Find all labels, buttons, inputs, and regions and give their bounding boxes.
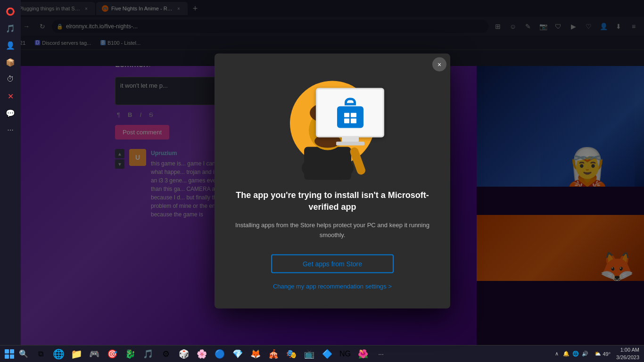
taskbar-app-3[interactable]: 🐉 <box>122 346 139 362</box>
modal-body: The app you're trying to install isn't a… <box>215 72 450 309</box>
taskbar-app-9[interactable]: 💎 <box>229 346 246 362</box>
sidebar-chat-icon[interactable]: 💬 <box>3 106 18 121</box>
get-apps-button[interactable]: Get apps from Store <box>271 254 394 273</box>
svg-rect-1 <box>304 147 351 180</box>
taskbar-app-6[interactable]: 🎲 <box>175 346 192 362</box>
system-tray: ∧ 🔔 🌐 🔊 <box>550 350 592 358</box>
modal-header: × <box>215 54 450 72</box>
taskbar-app-10[interactable]: 🦊 <box>247 346 264 362</box>
taskbar-search[interactable]: 🔍 <box>17 347 30 361</box>
store-icon <box>335 98 365 128</box>
sidebar-more-icon[interactable]: ··· <box>3 123 18 138</box>
taskbar-app-12[interactable]: 🎭 <box>283 346 300 362</box>
modal-illustration <box>281 81 384 180</box>
change-settings-link[interactable]: Change my app recommendation settings > <box>273 282 392 289</box>
taskbar-app-explorer[interactable]: 📁 <box>68 346 85 362</box>
windows-logo <box>5 349 14 359</box>
weather-icon: ⛅ <box>594 351 601 357</box>
change-settings-text: Change my app recommendation settings <box>273 282 387 289</box>
taskbar-app-2[interactable]: 🎯 <box>104 346 121 362</box>
tray-volume[interactable]: 🔊 <box>581 350 589 358</box>
taskbar-app-edge[interactable]: 🌐 <box>50 346 67 362</box>
illustration-screen <box>316 88 384 138</box>
weather-temp: 49° <box>603 351 611 357</box>
taskbar-app-16[interactable]: 🌺 <box>355 346 372 362</box>
change-settings-arrow: > <box>388 282 392 289</box>
taskbar-app-14[interactable]: 🔷 <box>319 346 336 362</box>
sidebar-profile-icon[interactable]: 👤 <box>3 38 18 53</box>
start-button[interactable] <box>2 346 17 362</box>
taskbar: 🔍 ⧉ 🌐 📁 🎮 🎯 🐉 🎵 ⚙ 🎲 🌸 <box>0 345 644 362</box>
modal-title: The app you're trying to install isn't a… <box>233 189 431 213</box>
sidebar-timer-icon[interactable]: ⏱ <box>3 72 18 87</box>
taskbar-app-7[interactable]: 🌸 <box>193 346 210 362</box>
taskbar-app-1[interactable]: 🎮 <box>86 346 103 362</box>
modal-close-button[interactable]: × <box>432 58 446 72</box>
tray-notification[interactable]: 🔔 <box>562 350 570 358</box>
sidebar-close-icon[interactable]: ✕ <box>3 89 18 104</box>
taskbar-app-15[interactable]: NG <box>337 346 354 362</box>
modal-description: Installing apps from the Store helps pro… <box>233 221 431 240</box>
tray-arrow[interactable]: ∧ <box>553 350 561 358</box>
taskbar-time: 1:00 AM <box>616 346 639 354</box>
taskbar-app-11[interactable]: 🎪 <box>265 346 282 362</box>
taskbar-date: 3/26/2023 <box>616 354 639 361</box>
taskbar-app-4[interactable]: 🎵 <box>140 346 157 362</box>
browser-vertical-sidebar: ⭕ 🎵 👤 📦 ⏱ ✕ 💬 ··· <box>0 0 21 345</box>
sidebar-package-icon[interactable]: 📦 <box>3 55 18 70</box>
tray-network[interactable]: 🌐 <box>572 350 579 358</box>
taskbar-clock[interactable]: 1:00 AM 3/26/2023 <box>613 346 642 361</box>
taskbar-app-more[interactable]: ··· <box>372 346 389 362</box>
taskbar-app-8[interactable]: 🔵 <box>211 346 228 362</box>
sidebar-music-icon[interactable]: 🎵 <box>3 21 18 36</box>
taskbar-apps: ⧉ 🌐 📁 🎮 🎯 🐉 🎵 ⚙ 🎲 🌸 🔵 <box>30 346 550 362</box>
taskbar-weather[interactable]: ⛅ 49° <box>592 351 613 357</box>
smartscreen-modal: × <box>215 54 450 309</box>
taskbar-app-5[interactable]: ⚙ <box>157 346 174 362</box>
sidebar-home-icon[interactable]: ⭕ <box>3 4 18 19</box>
taskbar-app-taskview[interactable]: ⧉ <box>32 346 49 362</box>
taskbar-app-13[interactable]: 📺 <box>301 346 318 362</box>
